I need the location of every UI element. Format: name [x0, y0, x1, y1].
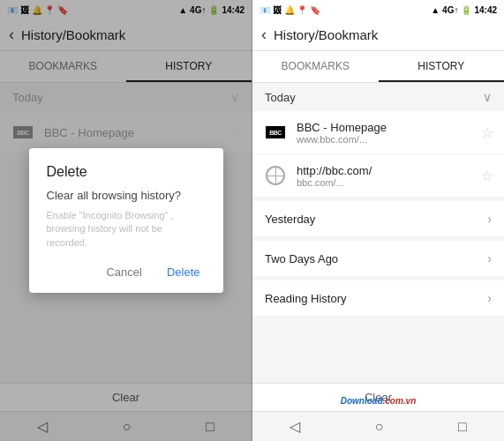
- right-bbc-homepage-url: www.bbc.com/...: [297, 134, 481, 145]
- right-yesterday-item[interactable]: Yesterday ›: [252, 198, 504, 237]
- right-status-bar: 📧 🖼 🔔 📍 🔖 ▲ 4G↑ 🔋 14:42: [252, 0, 504, 19]
- right-signal-icon: ▲: [431, 5, 440, 15]
- left-delete-button[interactable]: Delete: [162, 262, 206, 282]
- left-dialog-overlay: Delete Clear all browsing history? Enabl…: [0, 0, 252, 441]
- right-bbc-homepage-title: BBC - Homepage: [297, 121, 481, 134]
- right-bbc-homepage-star[interactable]: ☆: [481, 124, 493, 141]
- right-bbc-url-title: http://bbc.com/: [297, 164, 481, 177]
- right-today-chevron: ∨: [483, 90, 492, 104]
- left-cancel-button[interactable]: Cancel: [101, 262, 147, 282]
- right-4g-icon: 4G↑: [442, 5, 458, 15]
- right-bbc-url-item[interactable]: http://bbc.com/ bbc.com/... ☆: [252, 154, 504, 198]
- right-bottom-bar: Clear: [252, 383, 504, 411]
- right-globe-icon: [263, 163, 288, 188]
- left-delete-dialog: Delete Clear all browsing history? Enabl…: [29, 148, 223, 293]
- right-today-section[interactable]: Today ∨: [252, 83, 504, 111]
- right-two-days-chevron: ›: [487, 251, 492, 265]
- right-home-nav-icon[interactable]: ○: [375, 419, 384, 435]
- right-bbc-url-url: bbc.com/...: [297, 177, 481, 188]
- right-nav-bar: ◁ ○ □: [252, 411, 504, 441]
- right-notification-icons: 📧 🖼 🔔 📍 🔖: [260, 5, 320, 15]
- right-top-bar: ‹ History/Bookmark: [252, 19, 504, 51]
- right-panel: 📧 🖼 🔔 📍 🔖 ▲ 4G↑ 🔋 14:42 ‹ History/Bookma…: [252, 0, 504, 441]
- left-dialog-message: Clear all browsing history?: [47, 189, 206, 202]
- right-battery-icon: 🔋: [461, 5, 471, 15]
- right-clear-button[interactable]: Clear: [365, 391, 392, 404]
- right-tab-history[interactable]: History: [379, 51, 505, 82]
- right-time: 14:42: [474, 5, 497, 15]
- right-bbc-favicon-icon: BBC: [263, 120, 288, 145]
- right-bbc-url-star[interactable]: ☆: [481, 168, 493, 184]
- left-dialog-actions: Cancel Delete: [47, 262, 206, 282]
- right-bbc-favicon: BBC: [266, 126, 285, 138]
- left-panel: 📧 🖼 🔔 📍 🔖 ▲ 4G↑ 🔋 14:42 ‹ History/Bookma…: [0, 0, 252, 441]
- right-reading-history-item[interactable]: Reading History ›: [252, 277, 504, 317]
- right-status-icons: 📧 🖼 🔔 📍 🔖: [260, 5, 320, 15]
- right-globe-shape: [266, 166, 285, 185]
- right-status-right: ▲ 4G↑ 🔋 14:42: [431, 5, 497, 15]
- left-dialog-title: Delete: [47, 164, 206, 180]
- right-bbc-url-text: http://bbc.com/ bbc.com/...: [297, 164, 481, 188]
- right-reading-history-chevron: ›: [487, 291, 492, 305]
- left-dialog-note: Enable "Incognito Browsing" , browsing h…: [47, 209, 206, 250]
- right-list-content: Today ∨ BBC BBC - Homepage www.bbc.com/.…: [252, 83, 504, 383]
- right-tab-bookmarks[interactable]: Bookmarks: [252, 51, 379, 82]
- right-yesterday-chevron: ›: [487, 212, 492, 226]
- right-recent-nav-icon[interactable]: □: [458, 419, 467, 435]
- right-bbc-homepage-text: BBC - Homepage www.bbc.com/...: [297, 121, 481, 145]
- right-back-nav-icon[interactable]: ◁: [290, 418, 300, 435]
- right-page-title: History/Bookmark: [274, 27, 378, 42]
- right-bbc-homepage-item[interactable]: BBC BBC - Homepage www.bbc.com/... ☆: [252, 111, 504, 154]
- right-tabs: Bookmarks History: [252, 51, 504, 83]
- right-two-days-item[interactable]: Two Days Ago ›: [252, 237, 504, 277]
- right-back-button[interactable]: ‹: [261, 26, 267, 44]
